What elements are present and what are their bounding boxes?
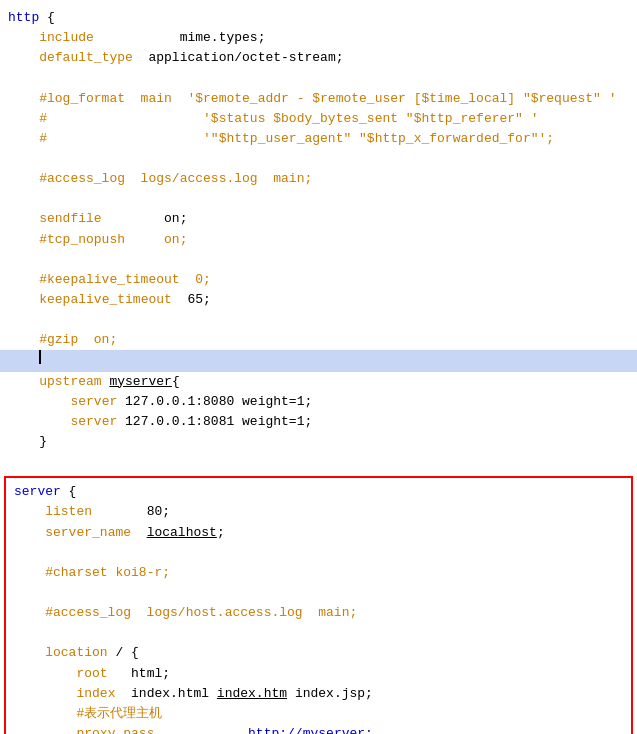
line-charset-comment: #charset koi8-r;	[6, 563, 631, 583]
directive-server-name: server_name	[45, 523, 131, 543]
line-blank-s2	[6, 583, 631, 603]
directive-index: index	[76, 684, 115, 704]
line-keepalive-comment: #keepalive_timeout 0;	[0, 270, 637, 290]
line-index: index index.html index.htm index.jsp;	[6, 684, 631, 704]
comment-gzip: #gzip on;	[8, 330, 117, 350]
index-htm-value: index.htm	[217, 684, 287, 704]
comment-chinese: #表示代理主机	[14, 704, 162, 724]
directive-include: include	[39, 28, 94, 48]
line-listen: listen 80;	[6, 502, 631, 522]
directive-server-1: server	[70, 392, 117, 412]
line-gzip-comment: #gzip on;	[0, 330, 637, 350]
line-upstream: upstream myserver{	[0, 372, 637, 392]
line-upstream-server1: server 127.0.0.1:8080 weight=1;	[0, 392, 637, 412]
http-keyword: http	[8, 8, 39, 28]
line-blank-6	[0, 452, 637, 472]
line-blank-1	[0, 68, 637, 88]
comment-logformat-1: #log_format main '$remote_addr - $remote…	[8, 89, 617, 109]
directive-keepalive-timeout: keepalive_timeout	[39, 290, 172, 310]
line-proxy-pass: proxy_pass http://myserver;	[6, 724, 631, 734]
line-include: include mime.types;	[0, 28, 637, 48]
line-server-open: server {	[6, 482, 631, 502]
line-cursor	[0, 350, 637, 371]
server-name-value: localhost	[147, 523, 217, 543]
comment-keepalive: #keepalive_timeout 0;	[8, 270, 211, 290]
code-container: http { include mime.types; default_type …	[0, 0, 637, 734]
text-cursor	[39, 350, 41, 364]
line-upstream-server2: server 127.0.0.1:8081 weight=1;	[0, 412, 637, 432]
line-server-accesslog-comment: #access_log logs/host.access.log main;	[6, 603, 631, 623]
directive-default-type: default_type	[39, 48, 133, 68]
line-blank-s3	[6, 623, 631, 643]
line-server-name: server_name localhost;	[6, 523, 631, 543]
line-accesslog-comment: #access_log logs/access.log main;	[0, 169, 637, 189]
directive-root: root	[76, 664, 107, 684]
line-logformat-1: #log_format main '$remote_addr - $remote…	[0, 89, 637, 109]
line-blank-5	[0, 310, 637, 330]
line-blank-s1	[6, 543, 631, 563]
comment-charset-value: koi8-r;	[108, 563, 170, 583]
line-logformat-2: # '$status $body_bytes_sent "$http_refer…	[0, 109, 637, 129]
line-http-open: http {	[0, 8, 637, 28]
line-blank-4	[0, 250, 637, 270]
directive-upstream: upstream	[39, 372, 101, 392]
line-location-open: location / {	[6, 643, 631, 663]
line-sendfile: sendfile on;	[0, 209, 637, 229]
line-upstream-close: }	[0, 432, 637, 452]
comment-charset-directive: charset	[53, 563, 108, 583]
line-root: root html;	[6, 664, 631, 684]
comment-tcpnopush: #tcp_nopush on;	[8, 230, 187, 250]
line-default-type: default_type application/octet-stream;	[0, 48, 637, 68]
comment-logformat-3: # '"$http_user_agent" "$http_x_forwarded…	[8, 129, 554, 149]
server-block: server { listen 80; server_name localhos…	[4, 476, 633, 734]
comment-logformat-2: # '$status $body_bytes_sent "$http_refer…	[8, 109, 539, 129]
server-keyword: server	[14, 482, 61, 502]
line-chinese-comment: #表示代理主机	[6, 704, 631, 724]
line-blank-3	[0, 189, 637, 209]
line-keepalive-timeout: keepalive_timeout 65;	[0, 290, 637, 310]
proxy-pass-url: http://myserver;	[248, 724, 373, 734]
directive-sendfile: sendfile	[39, 209, 101, 229]
line-blank-2	[0, 149, 637, 169]
upstream-name: myserver	[109, 372, 171, 392]
directive-listen: listen	[45, 502, 92, 522]
directive-server-2: server	[70, 412, 117, 432]
comment-charset: #	[14, 563, 53, 583]
directive-location: location	[45, 643, 107, 663]
comment-accesslog: #access_log logs/access.log main;	[8, 169, 312, 189]
line-logformat-3: # '"$http_user_agent" "$http_x_forwarded…	[0, 129, 637, 149]
line-tcpnopush-comment: #tcp_nopush on;	[0, 230, 637, 250]
directive-proxy-pass: proxy_pass	[76, 724, 154, 734]
comment-server-accesslog: #access_log logs/host.access.log main;	[14, 603, 357, 623]
